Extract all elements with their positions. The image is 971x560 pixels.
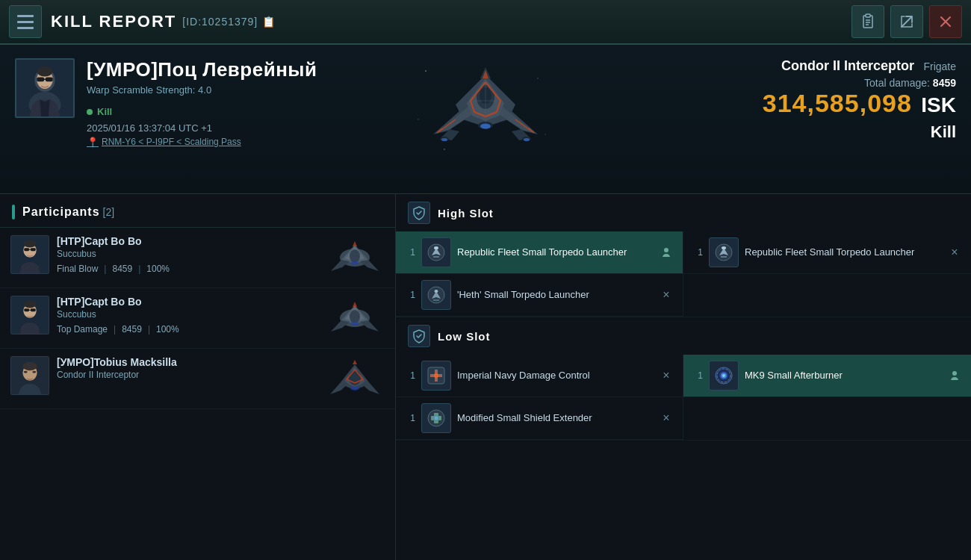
participant-name-3: [УМРО]Tobius Macksilla (57, 356, 317, 368)
svg-point-37 (350, 249, 360, 263)
participant-avatar-1 (10, 235, 49, 274)
percent-1: 100% (146, 264, 170, 274)
participant-corp-1: Succubus (57, 249, 317, 259)
participant-item[interactable]: [HTP]Capt Bo Bo Succubus Final Blow | 84… (0, 228, 395, 288)
equip-row-torpedo-2[interactable]: 1 Republic Fleet Small Torpedo Launcher … (683, 231, 971, 274)
high-slot-left-col: 1 Republic Fleet Small Torpedo Launcher (396, 231, 683, 317)
kill-dot (87, 109, 93, 115)
person-icon-1 (659, 245, 674, 260)
id-copy-icon[interactable]: 📋 (262, 16, 275, 28)
participant-info-3: [УМРО]Tobius Macksilla Condor II Interce… (57, 356, 317, 380)
shield-extender-icon (421, 403, 451, 433)
ship-thumb-svg-3 (327, 358, 383, 399)
equip-row-torpedo-1[interactable]: 1 Republic Fleet Small Torpedo Launcher (396, 231, 683, 274)
svg-rect-34 (31, 248, 36, 251)
menu-button[interactable] (9, 5, 42, 38)
participants-count: [2] (103, 206, 115, 218)
close-icon-se[interactable]: × (659, 411, 674, 426)
stat-sep-2: | (138, 264, 140, 274)
damage-2: 8459 (122, 324, 142, 335)
participant-info-2: [HTP]Capt Bo Bo Succubus Top Damage | 84… (57, 296, 317, 335)
equip-qty-heth: 1 (405, 290, 415, 300)
equip-row-damage-control[interactable]: 1 (396, 355, 683, 397)
clipboard-icon (860, 13, 876, 30)
svg-point-41 (23, 301, 36, 308)
final-blow-badge: Final Blow (57, 264, 98, 274)
svg-point-18 (545, 134, 545, 134)
svg-point-15 (425, 70, 426, 72)
isk-value: 314,585,098 (763, 89, 912, 117)
svg-point-46 (350, 310, 360, 323)
close-icon-torpedo-2[interactable]: × (947, 245, 962, 260)
svg-point-57 (434, 246, 438, 249)
svg-point-16 (537, 78, 539, 79)
participant-ship-1 (325, 235, 385, 280)
shield-slot-icon (412, 205, 426, 220)
svg-point-83 (952, 371, 957, 376)
close-icon-heth[interactable]: × (659, 287, 674, 302)
isk-label: ISK (921, 93, 956, 116)
close-icon-dc[interactable]: × (659, 368, 674, 383)
export-icon (899, 13, 915, 30)
equip-row-afterburner[interactable]: 1 MK9 Small A (683, 355, 971, 397)
kill-text: Kill (97, 106, 112, 117)
avatar-svg-2 (11, 296, 49, 335)
afterburner-svg (713, 365, 734, 386)
svg-point-32 (23, 240, 36, 248)
torpedo-launcher-icon-1 (421, 237, 451, 267)
damage-label: Total damage: (864, 77, 930, 89)
svg-point-64 (722, 246, 726, 249)
damage-control-icon (421, 361, 451, 391)
export-button[interactable] (890, 5, 923, 38)
clipboard-button[interactable] (851, 5, 884, 38)
participant-corp-3: Condor II Interceptor (57, 370, 317, 380)
equip-row-heth[interactable]: 1 'Heth' Small Torpedo Launcher × (396, 274, 683, 317)
low-slot-left-col: 1 (396, 355, 683, 440)
participant-avatar-2 (10, 296, 49, 335)
close-button[interactable] (929, 5, 962, 38)
equip-name-afterburner: MK9 Small Afterburner (745, 370, 941, 382)
participant-item-2[interactable]: [HTP]Capt Bo Bo Succubus Top Damage | 84… (0, 288, 395, 349)
equip-name-torpedo-2: Republic Fleet Small Torpedo Launcher (745, 246, 941, 259)
high-slot-right-col: 1 Republic Fleet Small Torpedo Launcher … (683, 231, 971, 317)
svg-point-71 (434, 373, 438, 378)
svg-point-51 (24, 371, 28, 373)
low-slot-section: Low Slot 1 (396, 317, 971, 441)
svg-rect-43 (31, 308, 36, 311)
svg-point-76 (435, 417, 438, 420)
svg-point-19 (418, 119, 419, 120)
participant-item-3[interactable]: [УМРО]Tobius Macksilla Condor II Interce… (0, 349, 395, 409)
low-slot-title: Low Slot (438, 330, 491, 343)
header: KILL REPORT [ID:10251379] 📋 (0, 0, 971, 45)
damage-line: Total damage: 8459 (747, 77, 956, 89)
equip-row-shield-ext[interactable]: 1 Modified Small Shield Extend (396, 397, 683, 440)
equip-name-damage-control: Imperial Navy Damage Control (457, 370, 653, 382)
svg-point-27 (480, 124, 491, 129)
hamburger-line-2 (17, 21, 34, 23)
svg-point-52 (32, 371, 36, 373)
hamburger-line-1 (17, 15, 34, 17)
svg-point-61 (435, 290, 438, 293)
location-text: RNM-Y6 < P-I9PF < Scalding Pass (102, 137, 241, 147)
person-icon-ab (947, 368, 962, 383)
participant-stats-1: Final Blow | 8459 | 100% (57, 264, 317, 274)
svg-point-59 (664, 248, 668, 252)
participant-ship-3 (325, 356, 385, 401)
participant-avatar-3 (10, 356, 49, 395)
svg-rect-53 (25, 363, 34, 369)
equip-qty-1: 1 (405, 247, 415, 258)
condor-ship-svg (411, 60, 560, 164)
stat-sep-3: | (114, 324, 116, 335)
person-svg-icon (661, 247, 671, 258)
damage-value: 8459 (933, 77, 956, 89)
high-slot-items: 1 Republic Fleet Small Torpedo Launcher (396, 231, 971, 317)
equip-name-shield-ext: Modified Small Shield Extender (457, 412, 653, 425)
svg-point-11 (37, 66, 52, 77)
ship-class: Condor II Interceptor (781, 58, 914, 73)
high-slot-icon (408, 202, 430, 224)
avatar-svg-3 (11, 356, 49, 395)
high-slot-section: High Slot 1 (396, 194, 971, 317)
avatar-image (16, 59, 73, 117)
page-title: KILL REPORT (51, 12, 176, 31)
damage-1: 8459 (112, 264, 132, 274)
